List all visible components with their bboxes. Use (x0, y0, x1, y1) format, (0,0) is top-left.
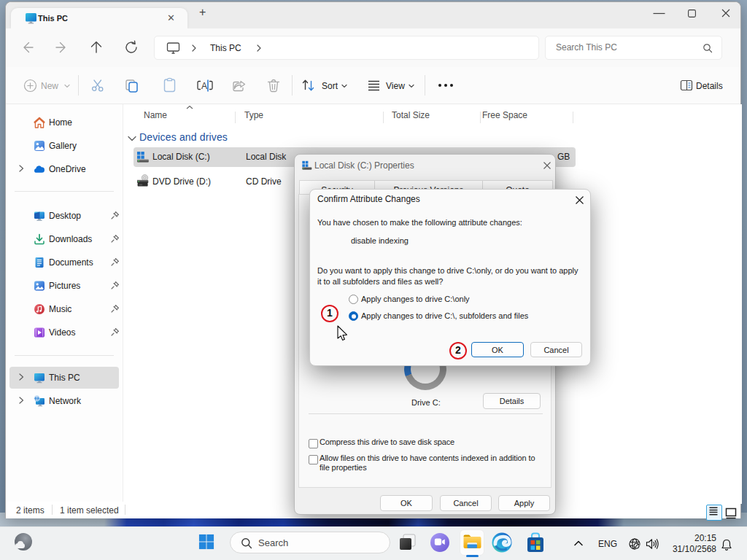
svg-text:A: A (201, 81, 207, 91)
